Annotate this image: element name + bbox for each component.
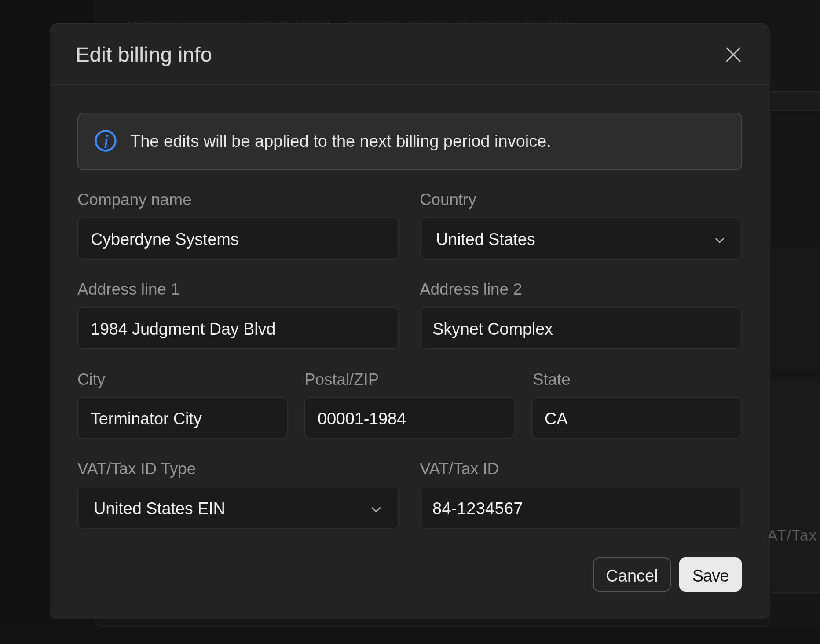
svg-text:i: i: [103, 130, 109, 152]
